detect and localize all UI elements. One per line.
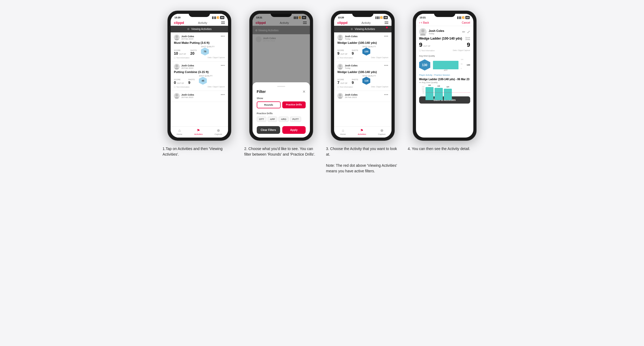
avg-sq-section-4: Avg Shot Quality 130 100 50 0 bbox=[416, 53, 473, 73]
score-block-1-2: Score 0 OUT OF bbox=[174, 79, 184, 85]
step-1-col: 13:20 ▐▐▐ 📶 44 clippd Activity bbox=[163, 11, 237, 174]
time-3: 13:20 bbox=[338, 16, 344, 19]
shots-label-1-1: Shots bbox=[190, 49, 197, 51]
card-header-1-2: Josh Coles 28 Feb 2023 ••• bbox=[174, 64, 225, 70]
footer-left-1-1: ⓘ Test Information bbox=[174, 57, 190, 59]
activity-title-1-2: Putting Combine (3-15 ft) bbox=[174, 70, 225, 74]
battery-icon-3: 44 bbox=[384, 16, 388, 19]
bar-chart-4: 100 50 0 APP bbox=[433, 59, 464, 71]
bottom-nav-capture-1[interactable]: ⊕ Capture bbox=[214, 128, 222, 135]
activity-card-3-3[interactable]: Josh Coles 28 Feb 2023 ••• bbox=[334, 91, 392, 102]
score-block-1-1: Score 10 OUT OF bbox=[174, 49, 186, 55]
dots-menu-1-1[interactable]: ••• bbox=[221, 35, 225, 38]
user-text-1-2: Josh Coles 28 Feb 2023 bbox=[181, 64, 194, 69]
bar-chart-section-4: 140 120 100 80 60 132 bbox=[416, 85, 473, 95]
activity-card-3-2[interactable]: Josh Coles Today ••• Wedge Ladder (100-1… bbox=[334, 62, 392, 91]
activity-card-1-3[interactable]: Josh Coles 28 Feb 2023 ••• bbox=[171, 91, 228, 102]
score-value-1-1: 10 OUT OF bbox=[174, 51, 186, 55]
cancel-link-4[interactable]: Cancel bbox=[462, 21, 470, 24]
tall-y-axis-4: 140 120 100 80 60 bbox=[419, 86, 424, 94]
bar-chart-bar-4 bbox=[433, 61, 459, 69]
stats-row-1-2: Score 0 OUT OF Shots 9 bbox=[174, 75, 225, 85]
card-header-1-1: Josh Coles 28 Feb 2023 ••• bbox=[174, 35, 225, 40]
svg-point-1 bbox=[175, 39, 179, 40]
edit-icon-4[interactable]: ✏ bbox=[462, 30, 465, 34]
modal-header-2: Filter ✕ bbox=[257, 89, 306, 94]
back-link-4[interactable]: ‹ < Back bbox=[419, 21, 429, 24]
viewing-banner-1[interactable]: ⚙ Viewing Activities bbox=[171, 26, 228, 32]
bottom-nav-capture-3[interactable]: ⊕ Capture bbox=[378, 128, 385, 135]
svg-point-6 bbox=[339, 35, 342, 38]
tag-app[interactable]: APP bbox=[268, 117, 277, 122]
show-label-2: Show bbox=[257, 97, 306, 100]
activity-card-3-1[interactable]: Josh Coles Today ••• Wedge Ladder (100-1… bbox=[334, 32, 392, 62]
practice-drills-btn-2[interactable]: Practice Drills bbox=[282, 101, 306, 108]
step-3-col: 13:20 ▐▐▐ 📶 44 clippd Activity bbox=[326, 11, 400, 174]
sq-badge-1-1: 75 bbox=[201, 48, 209, 55]
status-icons-1: ▐▐▐ 📶 44 bbox=[211, 16, 224, 19]
wifi-icon-3: 📶 bbox=[380, 16, 383, 19]
tag-ott[interactable]: OTT bbox=[257, 117, 266, 122]
logo-3: clippd bbox=[337, 21, 347, 25]
bottom-nav-activities-3[interactable]: ⚑ Activities bbox=[358, 128, 366, 135]
phone-4-notch bbox=[434, 11, 455, 17]
banner-text-3: Viewing Activities bbox=[355, 28, 375, 31]
expand-icon-4[interactable]: ⤢ bbox=[467, 30, 470, 34]
svg-point-4 bbox=[175, 94, 178, 96]
activity-card-1-1[interactable]: Josh Coles 28 Feb 2023 ••• Must Make Put… bbox=[171, 32, 228, 62]
modal-close-2[interactable]: ✕ bbox=[302, 89, 306, 94]
apply-btn-2[interactable]: Apply bbox=[282, 126, 306, 134]
bar-3-4: 124 bbox=[444, 89, 452, 100]
dots-menu-1-2[interactable]: ••• bbox=[221, 64, 225, 67]
avg-sq-label-4: Avg Shot Quality bbox=[419, 55, 470, 57]
battery-icon-1: 44 bbox=[220, 16, 224, 19]
svg-point-12 bbox=[421, 29, 424, 32]
status-icons-4: ▐▐▐ 📶 44 bbox=[457, 16, 470, 19]
chart-label-4: APP bbox=[433, 69, 464, 71]
activities-icon-3: ⚑ bbox=[360, 128, 364, 133]
bottom-nav-activities-1[interactable]: ⚑ Activities bbox=[194, 128, 203, 135]
step-2-col: 13:21 ▐▐▐ 📶 44 clippd Activity bbox=[244, 11, 318, 174]
detail-activity-title-4: Wedge Ladder (100-140 yds) bbox=[419, 37, 465, 40]
avatar-1-3 bbox=[174, 93, 180, 99]
home-icon-3: ⌂ bbox=[342, 128, 344, 133]
signal-icon-4: ▐▐▐ bbox=[457, 16, 461, 19]
drill-tags-2: OTT APP ARG PUTT bbox=[257, 117, 306, 122]
hamburger-icon-1[interactable] bbox=[221, 22, 225, 24]
tag-putt[interactable]: PUTT bbox=[290, 117, 301, 122]
time-4: 13:21 bbox=[420, 16, 426, 19]
modal-action-row-2: Clear Filters Apply bbox=[257, 126, 306, 134]
nav-title-1: Activity bbox=[198, 21, 207, 24]
svg-point-0 bbox=[175, 35, 178, 38]
step-4-caption: 4. You can then see the Activity detail. bbox=[408, 146, 482, 152]
activity-card-1-2[interactable]: Josh Coles 28 Feb 2023 ••• Putting Combi… bbox=[171, 62, 228, 91]
capture-icon-1: ⊕ bbox=[217, 128, 220, 133]
rounds-btn-2[interactable]: Rounds bbox=[257, 101, 281, 108]
bottom-nav-home-3[interactable]: ⌂ Home bbox=[340, 128, 346, 135]
chart-max-label-4: 130 bbox=[466, 64, 470, 66]
filter-icon-3: ⚙ bbox=[351, 28, 353, 31]
svg-point-10 bbox=[339, 94, 342, 96]
svg-point-5 bbox=[175, 97, 179, 99]
tag-arg[interactable]: ARG bbox=[279, 117, 289, 122]
card-footer-1-1: ⓘ Test Information Data: Clippd Capture bbox=[174, 57, 225, 59]
bar-2-4: 129 bbox=[435, 88, 443, 100]
app-nav-3: clippd Activity bbox=[334, 20, 392, 26]
phone-3-notch bbox=[352, 11, 373, 17]
user-date-1-1: 28 Feb 2023 bbox=[181, 38, 194, 40]
sq-label-1-1: Shot Quality bbox=[201, 46, 214, 48]
nav-title-3: Activity bbox=[361, 21, 371, 24]
hamburger-icon-3[interactable] bbox=[385, 22, 388, 24]
phone-1: 13:20 ▐▐▐ 📶 44 clippd Activity bbox=[167, 11, 231, 141]
svg-point-2 bbox=[175, 65, 178, 67]
svg-point-3 bbox=[175, 68, 179, 70]
step-1-caption: 1.Tap on Activities and then 'Viewing Ac… bbox=[163, 146, 237, 157]
avatar-3-1 bbox=[337, 35, 343, 40]
clear-filters-btn-2[interactable]: Clear Filters bbox=[257, 126, 280, 134]
modal-title-2: Filter bbox=[257, 89, 266, 94]
footer-right-1-1: Data: Clippd Capture bbox=[208, 57, 225, 59]
bottom-nav-home-1[interactable]: ⌂ Home bbox=[177, 128, 182, 135]
sq-badge-1-2: 45 bbox=[199, 77, 207, 85]
viewing-banner-3[interactable]: ⚙ Viewing Activities bbox=[334, 26, 392, 32]
phone-1-screen: 13:20 ▐▐▐ 📶 44 clippd Activity bbox=[171, 14, 228, 138]
